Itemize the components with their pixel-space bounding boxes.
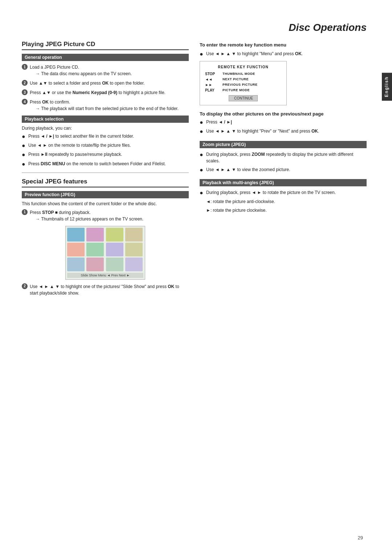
thumb-10 <box>86 258 104 271</box>
thumb-5 <box>67 243 85 256</box>
step-1-arrow: The data disc menu appears on the TV scr… <box>36 70 189 77</box>
display-dot-1: ● <box>200 119 204 126</box>
preview-step-1-content: Press STOP ■ during playback. Thumbnails… <box>30 209 189 222</box>
general-operation-header: General operation <box>22 54 189 61</box>
thumb-8 <box>125 243 143 256</box>
divider <box>22 173 189 173</box>
remote-key-stop: STOP <box>205 72 220 76</box>
zoom-dot-2: ● <box>200 166 204 173</box>
thumb-3 <box>106 228 123 242</box>
bullet-2: ● Use ◄ ► on the remote to rotate/flip t… <box>22 142 189 149</box>
remote-row-3: ►► PREVIOUS PICTURE <box>205 83 281 87</box>
two-column-layout: Playing JPEG Picture CD General operatio… <box>22 41 370 299</box>
display-bullet-2: ● Use ◄ ► ▲ ▼ to highlight "Prev" or "Ne… <box>200 128 367 135</box>
thumb-11 <box>106 258 123 271</box>
preview-intro: This function shows the content of the c… <box>22 201 189 206</box>
remote-key-prev: ◄◄ <box>205 77 220 81</box>
thumb-nav: Slide Show Menu ◄ Prev Next ► <box>67 273 143 278</box>
display-other-section: To display the other pictures on the pre… <box>200 111 367 135</box>
preview-step-2: 2 Use ◄ ► ▲ ▼ to highlight one of the pi… <box>22 283 189 296</box>
step-2: 2 Use ▲▼ to select a folder and press OK… <box>22 80 189 86</box>
bullet-3: ● Press ►II repeatedly to pause/resume p… <box>22 151 189 158</box>
page-title: Disc Operations <box>22 22 370 33</box>
preview-step-num-1: 1 <box>22 209 28 215</box>
multi-bullet-1: ● During playback, press ◄ ► to rotate t… <box>200 189 367 196</box>
right-column: To enter the remote key function menu ● … <box>200 41 367 299</box>
thumb-9 <box>67 258 85 271</box>
step-num-2: 2 <box>22 80 28 86</box>
display-other-title-text: To display the other pictures on the pre… <box>200 111 323 117</box>
bullet-1-content: Press ◄ / ►| to select another file in t… <box>28 133 189 139</box>
step-num-3: 3 <box>22 89 28 95</box>
zoom-bullet-2: ● Use ◄ ► ▲ ▼ to view the zoomed picture… <box>200 166 367 173</box>
multi-bullet-2: ◄: rotate the picture anti-clockwise. <box>200 198 367 205</box>
multi-angles-header: Playback with multi-angles (JPEG) <box>200 179 367 186</box>
remote-key-dot: ● <box>200 50 204 57</box>
remote-row-4: PLAY PICTURE MODE <box>205 88 281 92</box>
zoom-text-1: During playback, press ZOOM repeatedly t… <box>206 151 367 164</box>
page-container: Disc Operations English Playing JPEG Pic… <box>0 0 392 555</box>
step-1-content: Load a JPEG Picture CD. The data disc me… <box>30 64 189 77</box>
display-dot-2: ● <box>200 128 204 135</box>
remote-key-title-text: To enter the remote key function menu <box>200 42 286 48</box>
display-other-title: To display the other pictures on the pre… <box>200 111 367 117</box>
step-num-1: 1 <box>22 64 28 70</box>
thumb-grid <box>67 228 143 271</box>
step-3: 3 Press ▲▼ or use the Numeric Keypad (0-… <box>22 89 189 96</box>
step-1-text: Load a JPEG Picture CD. <box>30 65 79 70</box>
thumb-1 <box>67 228 85 242</box>
thumb-7 <box>106 243 123 256</box>
remote-func-prev: NEXT PICTURE <box>222 77 281 81</box>
display-bullet-1: ● Press ◄ / ►| <box>200 119 367 126</box>
bullet-dot-1: ● <box>22 133 26 140</box>
remote-key-play: PLAY <box>205 88 220 92</box>
remote-key-box: REMOTE KEY FUNCTION STOP THUMBNAIL MODE … <box>200 61 287 105</box>
remote-row-2: ◄◄ NEXT PICTURE <box>205 77 281 81</box>
remote-key-bullet: ● Use ◄ ► ▲ ▼ to highlight "Menu" and pr… <box>200 50 367 57</box>
zoom-picture-header: Zoom picture (JPEG) <box>200 141 367 148</box>
multi-text-3: ►: rotate the picture clockwise. <box>206 207 367 214</box>
preview-step-num-2: 2 <box>22 283 28 289</box>
remote-key-title: To enter the remote key function menu <box>200 42 367 48</box>
remote-key-text: Use ◄ ► ▲ ▼ to highlight "Menu" and pres… <box>206 50 367 57</box>
language-tab: English <box>382 73 392 101</box>
bullet-2-content: Use ◄ ► on the remote to rotate/flip the… <box>28 142 189 149</box>
section-title-playing-jpeg: Playing JPEG Picture CD <box>22 41 189 50</box>
thumbnail-preview-box: Slide Show Menu ◄ Prev Next ► <box>65 226 145 280</box>
step-1: 1 Load a JPEG Picture CD. The data disc … <box>22 64 189 77</box>
thumb-4 <box>125 228 143 242</box>
step-num-4: 4 <box>22 99 28 105</box>
display-text-1: Press ◄ / ►| <box>206 119 367 125</box>
remote-key-table-title: REMOTE KEY FUNCTION <box>205 65 281 69</box>
zoom-bullet-1: ● During playback, press ZOOM repeatedly… <box>200 151 367 164</box>
remote-func-play: PICTURE MODE <box>222 88 281 92</box>
left-column: Playing JPEG Picture CD General operatio… <box>22 41 189 299</box>
step-4-arrow: The playback will start from the selecte… <box>36 105 189 112</box>
thumb-12 <box>125 258 143 271</box>
multi-dot-1: ● <box>200 189 204 196</box>
bullet-dot-4: ● <box>22 161 26 167</box>
multi-text-1: During playback, press ◄ ► to rotate the… <box>206 189 367 196</box>
preview-step-1: 1 Press STOP ■ during playback. Thumbnai… <box>22 209 189 222</box>
step-4-content: Press OK to confirm. The playback will s… <box>30 99 189 112</box>
thumb-2 <box>86 228 104 242</box>
remote-key-next: ►► <box>205 83 220 87</box>
zoom-dot-1: ● <box>200 151 204 158</box>
step-2-content: Use ▲▼ to select a folder and press OK t… <box>30 80 189 86</box>
special-jpeg-title: Special JPEG features <box>22 178 189 187</box>
playback-selection-intro: During playback, you can: <box>22 126 189 131</box>
bullet-1: ● Press ◄ / ►| to select another file in… <box>22 133 189 140</box>
multi-bullet-3: ►: rotate the picture clockwise. <box>200 207 367 214</box>
step-3-content: Press ▲▼ or use the Numeric Keypad (0-9)… <box>30 89 189 96</box>
remote-row-1: STOP THUMBNAIL MODE <box>205 72 281 76</box>
multi-text-2: ◄: rotate the picture anti-clockwise. <box>206 198 367 205</box>
thumb-6 <box>86 243 104 256</box>
bullet-dot-2: ● <box>22 142 26 149</box>
playback-selection-header: Playback selection <box>22 116 189 123</box>
display-text-2: Use ◄ ► ▲ ▼ to highlight "Prev" or "Next… <box>206 128 367 134</box>
continue-button[interactable]: CONTINUE <box>229 95 258 101</box>
page-number: 29 <box>358 535 363 540</box>
preview-function-header: Preview function (JPEG) <box>22 191 189 198</box>
step-4: 4 Press OK to confirm. The playback will… <box>22 99 189 112</box>
bullet-4: ● Press DISC MENU on the remote to switc… <box>22 161 189 167</box>
